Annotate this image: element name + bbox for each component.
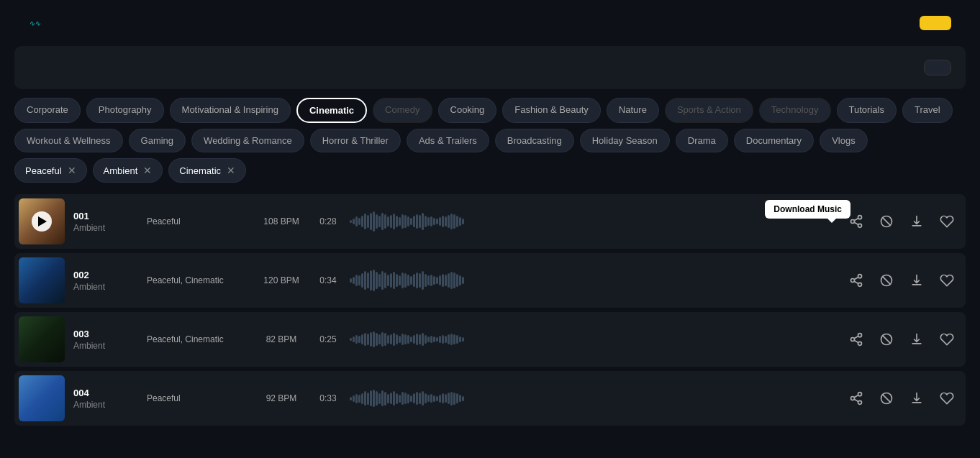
waveform-bar xyxy=(416,392,418,405)
theme-chip-cooking[interactable]: Cooking xyxy=(438,98,497,123)
signup-button[interactable] xyxy=(920,16,951,30)
theme-chip-tutorials[interactable]: Tutorials xyxy=(837,98,897,123)
waveform-bar xyxy=(419,215,421,228)
theme-chip-holiday-season[interactable]: Holiday Season xyxy=(580,129,670,152)
waveform-bar xyxy=(413,393,415,403)
waveform-bar xyxy=(445,336,447,343)
waveform-bar xyxy=(442,393,444,403)
theme-chip-nature[interactable]: Nature xyxy=(607,98,659,123)
theme-chip-broadcasting[interactable]: Broadcasting xyxy=(495,129,574,152)
theme-chip-wedding---romance[interactable]: Wedding & Romance xyxy=(191,129,304,152)
theme-chip-photography[interactable]: Photography xyxy=(86,98,164,123)
waveform-bar xyxy=(439,275,441,285)
play-button[interactable] xyxy=(32,211,52,232)
theme-row-2: Workout & WellnessGamingWedding & Romanc… xyxy=(14,129,966,152)
waveform-bar xyxy=(399,336,401,343)
theme-chip-documentary[interactable]: Documentary xyxy=(734,129,814,152)
waveform-bar xyxy=(361,393,363,404)
no-icon[interactable] xyxy=(876,329,897,349)
active-filter-peaceful[interactable]: Peaceful✕ xyxy=(14,158,87,183)
favorite-icon[interactable] xyxy=(937,211,957,232)
waveform-bar xyxy=(430,216,432,226)
waveform-bar xyxy=(404,334,407,344)
filter-left xyxy=(29,56,138,79)
waveform-bar xyxy=(396,393,398,404)
waveform-bar xyxy=(370,270,372,290)
track-row: 003AmbientPeaceful, Cinematic82 BPM0:25 xyxy=(14,312,966,367)
waveform-bar xyxy=(396,334,398,344)
nav-actions xyxy=(902,16,951,30)
theme-chip-ads---trailers[interactable]: Ads & Trailers xyxy=(407,129,489,152)
no-icon[interactable] xyxy=(876,388,897,408)
close-icon[interactable] xyxy=(29,56,52,79)
download-icon[interactable] xyxy=(907,211,927,232)
share-icon[interactable] xyxy=(846,388,866,408)
share-icon[interactable] xyxy=(846,329,866,349)
waveform-bar xyxy=(448,393,450,404)
svg-line-27 xyxy=(882,394,891,403)
theme-chip-technology[interactable]: Technology xyxy=(759,98,831,123)
track-tags: Peaceful, Cinematic xyxy=(147,275,248,285)
waveform-bar xyxy=(364,333,366,346)
track-thumbnail xyxy=(19,257,65,303)
waveform-bar xyxy=(361,334,363,344)
theme-chip-gaming[interactable]: Gaming xyxy=(129,129,186,152)
waveform-bar xyxy=(425,216,427,227)
active-filter-ambient[interactable]: Ambient✕ xyxy=(93,158,163,183)
svg-point-23 xyxy=(858,400,862,404)
waveform-bar xyxy=(390,393,392,404)
theme-chip-vlogs[interactable]: Vlogs xyxy=(820,129,868,152)
remove-filter-icon[interactable]: ✕ xyxy=(68,165,76,176)
waveform-bar xyxy=(427,336,430,342)
track-waveform[interactable] xyxy=(350,385,838,411)
favorite-icon[interactable] xyxy=(937,329,957,349)
waveform-bar xyxy=(439,336,441,343)
waveform-bar xyxy=(393,214,395,229)
track-waveform[interactable] xyxy=(350,209,838,234)
track-row: Download Music001AmbientPeaceful108 BPM0… xyxy=(14,194,966,249)
svg-line-6 xyxy=(882,217,891,226)
theme-chip-cinematic[interactable]: Cinematic xyxy=(296,98,367,123)
navbar: ∿∿ xyxy=(0,0,980,46)
waveform-bar xyxy=(453,393,455,405)
waveform-bar xyxy=(427,275,430,285)
waveform-bar xyxy=(373,390,375,407)
theme-chip-horror---thriller[interactable]: Horror & Thriller xyxy=(310,129,401,152)
waveform-bar xyxy=(459,336,461,342)
theme-chip-sports---action[interactable]: Sports & Action xyxy=(665,98,753,123)
waveform-bar xyxy=(390,215,392,228)
remove-filter-icon[interactable]: ✕ xyxy=(143,165,152,176)
track-waveform[interactable] xyxy=(350,326,838,352)
track-bpm: 108 BPM xyxy=(256,216,307,226)
share-icon[interactable] xyxy=(846,270,866,290)
no-icon[interactable] xyxy=(876,270,897,290)
favorite-icon[interactable] xyxy=(937,388,957,408)
theme-chip-fashion---beauty[interactable]: Fashion & Beauty xyxy=(502,98,601,123)
video-preview-button[interactable] xyxy=(924,60,951,75)
waveform-bar xyxy=(419,273,421,288)
remove-filter-icon[interactable]: ✕ xyxy=(227,165,235,176)
no-icon[interactable] xyxy=(876,211,897,232)
waveform-bar xyxy=(384,333,386,346)
waveform-bar xyxy=(378,334,381,344)
waveform-bar xyxy=(381,271,384,290)
theme-chip-workout---wellness[interactable]: Workout & Wellness xyxy=(14,129,123,152)
download-icon[interactable] xyxy=(907,388,927,408)
theme-chip-travel[interactable]: Travel xyxy=(902,98,953,123)
active-filter-cinematic[interactable]: Cinematic✕ xyxy=(168,158,246,183)
download-icon[interactable] xyxy=(907,270,927,290)
waveform-bar xyxy=(456,216,458,227)
waveform-bar xyxy=(427,217,430,226)
theme-chip-motivational---inspiring[interactable]: Motivational & Inspiring xyxy=(170,98,291,123)
theme-chip-comedy[interactable]: Comedy xyxy=(373,98,432,123)
download-icon[interactable] xyxy=(907,329,927,349)
waveform-bar xyxy=(410,336,412,342)
svg-point-15 xyxy=(851,338,855,342)
svg-line-11 xyxy=(854,277,858,279)
theme-chip-drama[interactable]: Drama xyxy=(676,129,728,152)
favorite-icon[interactable] xyxy=(937,270,957,290)
track-waveform[interactable] xyxy=(350,267,838,293)
waveform-bar xyxy=(355,394,358,403)
theme-chip-corporate[interactable]: Corporate xyxy=(14,98,81,123)
waveform-bar xyxy=(367,215,369,228)
